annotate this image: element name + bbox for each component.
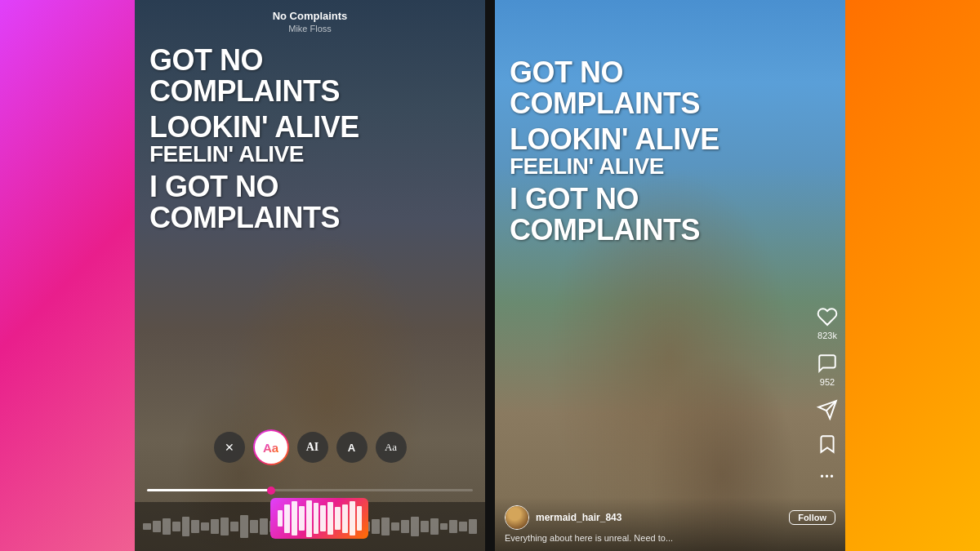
lyric-line-r1: GOT NO [510, 57, 831, 88]
wave-bar [440, 523, 448, 530]
follow-button[interactable]: Follow [789, 510, 835, 525]
waveform-container [135, 502, 485, 551]
song-artist: Mike Floss [135, 24, 485, 33]
selected-wave-bar [357, 506, 363, 531]
wave-bar [172, 522, 180, 531]
wave-bar [182, 517, 190, 536]
wave-bar [459, 522, 467, 531]
song-title: No Complaints [135, 10, 485, 22]
comment-action[interactable]: 952 [816, 352, 839, 387]
share-action[interactable] [816, 398, 839, 421]
close-icon: ✕ [225, 441, 234, 455]
wave-bar [201, 522, 209, 531]
selected-wave-bar [342, 504, 348, 533]
style3-label: Aa [385, 441, 397, 454]
selected-wave-bar [327, 502, 333, 535]
style2-button[interactable]: A [336, 432, 368, 463]
share-icon [816, 398, 839, 421]
comment-count: 952 [820, 377, 835, 387]
timeline-playhead [267, 487, 275, 495]
lyric-line-4: FEELIN' ALIVE [149, 142, 470, 166]
selected-wave-bar [314, 503, 319, 534]
save-action[interactable] [816, 433, 839, 455]
wave-bar [191, 520, 199, 533]
heart-icon [816, 305, 839, 328]
wave-bar [391, 522, 399, 531]
right-panel: GOT NO COMPLAINTS LOOKIN' ALIVE FEELIN' … [495, 0, 845, 551]
like-action[interactable]: 823k [816, 305, 839, 340]
panels-container: No Complaints Mike Floss GOT NO COMPLAIN… [135, 0, 845, 551]
wave-bar [260, 518, 268, 535]
like-count: 823k [817, 331, 837, 340]
waveform-full [143, 510, 477, 543]
action-buttons: 823k 952 [816, 305, 839, 486]
wave-bar [430, 518, 439, 535]
comment-icon [816, 352, 839, 375]
avatar [505, 505, 529, 530]
lyric-line-1: GOT NO [149, 45, 470, 76]
waveform-highlight[interactable] [270, 498, 368, 539]
lyric-line-3: LOOKIN' ALIVE [149, 112, 470, 143]
wave-bar [143, 523, 151, 530]
wave-bar [211, 519, 219, 534]
selected-wave-bar [292, 501, 297, 536]
wave-bar [411, 517, 419, 536]
selected-wave-bar [299, 506, 305, 531]
wave-bar [469, 519, 477, 534]
selected-wave-bar [335, 507, 341, 530]
wave-bar [230, 522, 238, 531]
wave-bar [240, 515, 248, 538]
selected-wave-bar [320, 505, 326, 532]
lyric-line-r4: FEELIN' ALIVE [510, 154, 831, 178]
song-header: No Complaints Mike Floss [135, 10, 485, 33]
selected-wave-bar [278, 510, 283, 527]
left-panel: No Complaints Mike Floss GOT NO COMPLAIN… [135, 0, 485, 551]
lyric-line-r2: COMPLAINTS [510, 88, 831, 119]
timeline-progress [147, 489, 271, 491]
wave-bar [153, 521, 161, 532]
wave-bar [449, 520, 457, 533]
lyric-line-r5: I GOT NO [510, 184, 831, 215]
wave-bar [220, 518, 229, 535]
wave-bar [372, 519, 380, 534]
lyric-line-r6: COMPLAINTS [510, 215, 831, 246]
lyric-line-2: COMPLAINTS [149, 76, 470, 107]
wave-bar [381, 518, 390, 535]
lyric-line-5: I GOT NO [149, 171, 470, 202]
wave-bar [401, 520, 409, 533]
style3-button[interactable]: Aa [376, 432, 407, 463]
lyrics-overlay-right: GOT NO COMPLAINTS LOOKIN' ALIVE FEELIN' … [510, 57, 831, 245]
aa-gradient-button[interactable]: Aa [253, 429, 289, 465]
avatar-image [506, 506, 528, 529]
left-gradient-bg [0, 0, 147, 551]
more-dots-icon: ··· [820, 467, 835, 486]
lyric-line-r3: LOOKIN' ALIVE [510, 124, 831, 155]
style2-label: A [348, 442, 355, 454]
selected-wave-bar [350, 501, 355, 536]
user-row: mermaid_hair_843 Follow [505, 505, 835, 530]
aa-gradient-icon: Aa [263, 441, 278, 455]
bookmark-icon [816, 433, 839, 455]
caption-text: Everything about here is unreal. Need to… [505, 533, 835, 543]
style1-button[interactable]: AI [297, 432, 328, 463]
selected-wave-bar [306, 500, 312, 537]
style1-label: AI [306, 441, 319, 454]
text-style-toolbar: ✕ Aa AI A Aa [135, 429, 485, 465]
waveform-selected-region [278, 510, 360, 543]
username-label: mermaid_hair_843 [536, 512, 621, 523]
selected-wave-bar [284, 504, 290, 533]
timeline-bar [147, 489, 473, 491]
app-container: No Complaints Mike Floss GOT NO COMPLAIN… [0, 0, 980, 551]
lyric-line-6: COMPLAINTS [149, 202, 470, 233]
user-info-bar: mermaid_hair_843 Follow Everything about… [495, 497, 845, 551]
wave-bar [163, 518, 171, 535]
wave-bar [250, 520, 258, 533]
wave-bar [421, 521, 429, 532]
lyrics-overlay-left: GOT NO COMPLAINTS LOOKIN' ALIVE FEELIN' … [149, 45, 470, 233]
more-action[interactable]: ··· [820, 467, 835, 486]
right-gradient-bg [833, 0, 980, 551]
close-button[interactable]: ✕ [214, 432, 245, 463]
timeline-area[interactable] [147, 489, 473, 498]
